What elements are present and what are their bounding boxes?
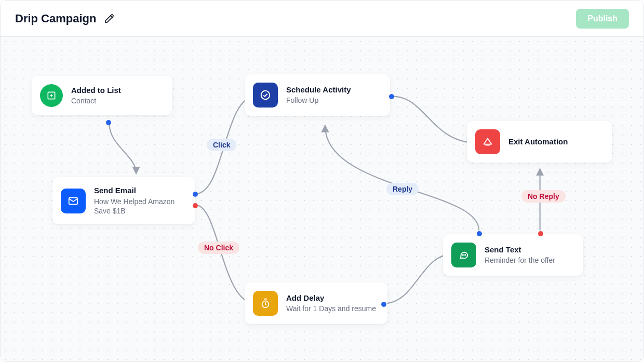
pencil-icon [104, 14, 115, 24]
node-subtitle: Reminder for the offer [485, 256, 555, 265]
node-send-text[interactable]: Send Text Reminder for the offer [443, 234, 583, 276]
edit-title-button[interactable] [103, 12, 116, 25]
edge-label-click: Click [207, 139, 236, 151]
timer-icon [253, 291, 278, 316]
node-subtitle: How We Helped Amazon Save $1B [94, 197, 185, 217]
node-exit-automation[interactable]: Exit Automation [467, 121, 612, 163]
port-no-reply[interactable] [538, 231, 543, 236]
chat-icon [451, 243, 476, 267]
port-click[interactable] [193, 192, 198, 197]
edge-label-no-click: No Click [198, 242, 239, 254]
node-added-to-list[interactable]: Added to List Contact [32, 76, 172, 115]
added-to-list-icon [40, 84, 63, 107]
edge-label-reply: Reply [386, 183, 419, 195]
publish-button[interactable]: Publish [576, 9, 629, 29]
node-title: Schedule Activity [286, 85, 351, 95]
edge-label-no-reply: No Reply [521, 190, 566, 203]
node-title: Send Email [94, 185, 185, 196]
port-out[interactable] [381, 302, 386, 307]
header: Drip Campaign Publish [1, 1, 643, 37]
page-title: Drip Campaign [15, 12, 96, 25]
node-title: Exit Automation [508, 137, 568, 147]
node-title: Send Text [485, 245, 555, 255]
check-circle-icon [253, 83, 278, 108]
port-out[interactable] [389, 94, 394, 99]
exit-icon [475, 129, 500, 154]
node-schedule-activity[interactable]: Schedule Activity Follow Up [245, 74, 390, 116]
svg-point-6 [465, 254, 466, 255]
svg-point-4 [462, 254, 463, 255]
automation-canvas[interactable]: Added to List Contact Send Email How We … [1, 37, 643, 361]
node-subtitle: Wait for 1 Days and resume [286, 304, 376, 314]
node-subtitle: Follow Up [286, 96, 351, 105]
node-title: Added to List [71, 85, 121, 96]
port-no-click[interactable] [193, 203, 198, 208]
node-subtitle: Contact [71, 96, 121, 106]
port-out[interactable] [106, 120, 111, 125]
port-reply[interactable] [477, 231, 482, 236]
node-add-delay[interactable]: Add Delay Wait for 1 Days and resume [245, 283, 387, 324]
mail-icon [61, 189, 86, 213]
node-title: Add Delay [286, 293, 376, 303]
node-send-email[interactable]: Send Email How We Helped Amazon Save $1B [52, 177, 195, 224]
svg-point-5 [464, 254, 464, 255]
